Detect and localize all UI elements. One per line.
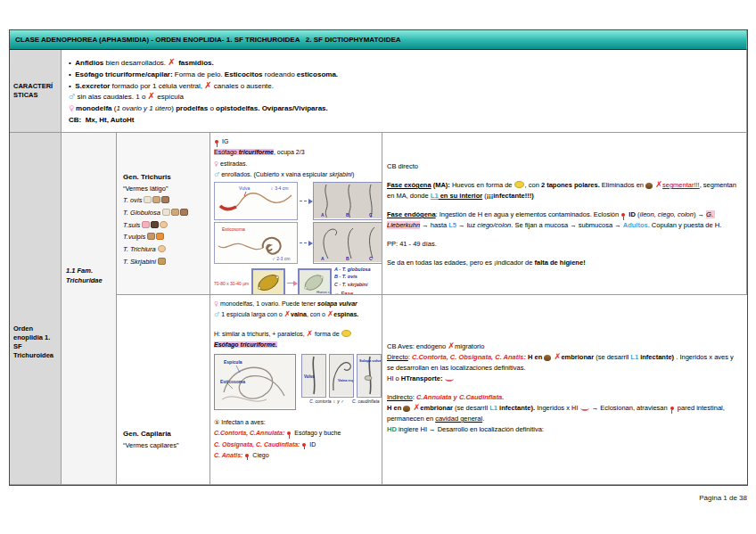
trichuris-male-drawing: Esticosoma ♂ 2-3 cm — [214, 222, 298, 264]
text-segment: PP: 41 - 49 días. — [387, 240, 437, 248]
text-segment — [242, 452, 244, 458]
arrow-icon — [287, 283, 296, 283]
text-segment: vaina — [291, 311, 307, 317]
text-segment: T.suis — [123, 221, 142, 229]
text-segment: . Copulan y puesta de H. — [648, 221, 722, 229]
text-segment: , con — [525, 181, 541, 189]
egg-illustration — [253, 270, 284, 295]
text-segment: ciego/colon — [477, 221, 511, 229]
text-segment: L5 — [448, 221, 456, 229]
genus-name: Gen. Trichuris — [123, 172, 207, 184]
text-segment: Fase endógena — [387, 210, 436, 218]
caracteristica-line: • S.excretor formado por 1 célula ventra… — [69, 81, 741, 93]
trichuris-photo-panel-1: A B C — [313, 182, 382, 220]
text-segment: tricuriforme — [239, 149, 274, 155]
text-segment: cavidad general — [435, 415, 482, 423]
cb-paragraph: CB directo — [387, 161, 741, 172]
text-segment: HI o — [387, 374, 401, 382]
document-table: CLASE ADENOPHOREA (APHASMIDIA) - ORDEN E… — [9, 29, 748, 486]
cell-capillaria-description: ♀ monodelfas, 1 ovario. Puede tener sola… — [210, 295, 382, 485]
lemon-icon — [341, 330, 351, 337]
vulva-label: Vulva — [304, 374, 315, 379]
text-segment: T.vulpis — [123, 233, 147, 241]
trichuris-figure-row-female: Vulva ♀ 3-4 cm A B C — [214, 182, 379, 220]
espicula-label: Espícula — [224, 359, 242, 365]
text-segment: ✗ — [168, 57, 178, 67]
text-segment: ✗ — [204, 80, 211, 90]
legend-item: B - T. ovis — [334, 273, 379, 280]
capillaria-figure: Espícula Esticosoma Vulva — [214, 354, 379, 410]
text-segment: ✗ — [307, 329, 313, 338]
trichuris-figure-row-male: Esticosoma ♂ 2-3 cm A B C — [214, 222, 379, 264]
text-segment: ) → — [694, 210, 706, 218]
cb-paragraph: Fase endógena: Ingestión de H en agua y … — [387, 209, 741, 231]
text-segment: Anfidios — [75, 59, 103, 67]
text-segment: T. Skrjabini — [123, 258, 158, 266]
photo-letter-b: B — [346, 256, 349, 261]
cattle-icon — [180, 209, 188, 216]
text-segment: T. Globulosa — [123, 209, 162, 217]
text-segment: (se desarrll — [594, 353, 630, 361]
text-segment: ✗ — [284, 309, 291, 318]
person-icon — [158, 245, 166, 252]
text-segment: Esófago y buche — [292, 430, 341, 436]
text-segment: CB directo — [387, 162, 418, 170]
poop-icon — [403, 406, 410, 412]
row-label-orden-enoplidia: Orden enoplidia 1. SF Trichuroidea — [10, 133, 62, 485]
text-segment: 2 tapones polares. — [541, 181, 600, 189]
cb-paragraph: H en ✗embrionar (se desarrll L1 infectan… — [387, 403, 742, 424]
description-line: H: similar a trichuris, + paralelos, ✗ f… — [214, 329, 379, 340]
text-segment: Adultos — [623, 221, 648, 229]
panel-vulva-micrograph: Vulva — [302, 355, 325, 396]
micrograph-2: A B C — [314, 223, 382, 262]
text-segment: C.Annulata y C.Caudinflata. — [416, 393, 504, 401]
text-segment: . — [482, 415, 484, 423]
caracteristica-line: • Anfidios bien desarrollados. ✗ fasmidi… — [69, 58, 741, 70]
page-number: Página 1 de 38 — [699, 494, 747, 502]
text-segment: fasmidios. — [178, 59, 214, 67]
text-segment: en su interior — [439, 192, 483, 200]
egg-l1-illustration: Huevo con L1 — [300, 270, 330, 295]
text-segment: opistodelfas. — [216, 104, 259, 112]
arrow-icon — [300, 201, 311, 201]
cell-trichuris-description: IGEsófago tricuriforme, ocupa 2/3♀ estir… — [210, 133, 382, 295]
capillaria-desc-top-lines: ♀ monodelfas, 1 ovario. Puede tener sola… — [214, 299, 379, 350]
text-segment: ¡¡¡infectante!!!) — [487, 192, 534, 200]
text-segment: migratorio — [455, 342, 484, 350]
text-segment: esticosoma. — [297, 70, 338, 78]
text-segment: o — [208, 104, 216, 112]
esticosoma-label: Esticosoma — [222, 226, 245, 232]
text-segment: segmentar!!! — [662, 181, 700, 189]
pin-icon — [287, 431, 291, 435]
female-size-label: ♀ 3-4 cm — [270, 185, 288, 191]
cell-trichuris-ciclo-biologico: CB directoFase exógena (MA): Huevos en f… — [382, 133, 747, 295]
worm-icon — [445, 375, 454, 382]
description-line: Esófago tricuriforme. — [214, 340, 379, 350]
text-segment: , ocupa 2/3 — [274, 149, 305, 155]
solapa-vulvar-label: Solapa vulvar — [359, 358, 381, 363]
description-line: ① Infectan a aves: — [214, 417, 379, 428]
capillaria-desc-bottom-lines: ① Infectan a aves:C.Contorta, C.Annulata… — [214, 417, 379, 461]
caracteristicas-body: • Anfidios bien desarrollados. ✗ fasmidi… — [62, 50, 747, 133]
text-segment: formado por 1 célula ventral, — [110, 82, 204, 90]
text-segment: embrionar — [420, 404, 453, 412]
text-segment: monodelfa — [76, 104, 111, 112]
text-segment: prodelfas — [176, 104, 208, 112]
text-segment — [284, 430, 286, 436]
text-segment: S.excretor — [75, 82, 110, 90]
cell-gen-trichuris: Gen. Trichuris “Vermes látigo” T. ovis T… — [117, 133, 210, 295]
pin-icon — [670, 407, 674, 410]
capillaria-panel-solapa: Solapa vulvar — [357, 354, 382, 398]
panel-solapa-micrograph: Solapa vulvar — [357, 355, 381, 396]
text-segment: CB: Mx, Ht, AutoHt — [69, 116, 134, 124]
caption-contorta: C. contorta ♀ y ♂ — [301, 398, 352, 404]
goat-icon — [152, 196, 160, 203]
species-item: T. Globulosa — [123, 207, 207, 219]
boar-icon — [151, 221, 159, 228]
text-segment: Esticocitos — [225, 70, 263, 78]
description-line: ♀ estiradas. — [214, 159, 379, 169]
egg-photo-box: Huevo con L1 — [298, 268, 332, 295]
text-segment: ① Infectan a aves: — [214, 419, 266, 425]
photo-letter-a: A — [321, 256, 325, 261]
legend-item: A - T. globulosa — [334, 266, 379, 273]
